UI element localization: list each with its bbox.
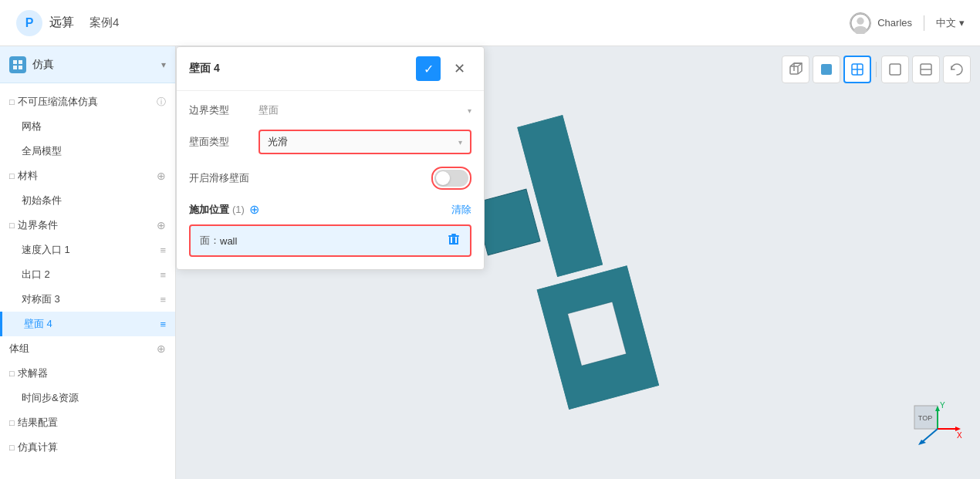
avatar — [850, 12, 871, 34]
chevron-icon: ▾ — [468, 106, 471, 115]
panel-confirm-button[interactable]: ✓ — [416, 56, 441, 81]
svg-rect-9 — [448, 235, 459, 237]
menu-icon[interactable]: ≡ — [160, 269, 166, 281]
svg-text:P: P — [25, 16, 34, 29]
sidebar-item-global-model[interactable]: 全局模型 — [0, 139, 175, 164]
svg-point-4 — [854, 25, 867, 33]
field-sliding-wall: 开启滑移壁面 — [189, 167, 471, 190]
sidebar-item-inlet1[interactable]: 速度入口 1 ≡ — [0, 238, 175, 262]
add-icon[interactable]: ⊕ — [157, 342, 166, 355]
main-layout: 仿真 ▾ □ 不可压缩流体仿真 ⓘ 网格 全局模型 □ 材料 ⊕ — [0, 46, 980, 479]
logo: P 远算 — [15, 9, 74, 37]
field-label: 开启滑移壁面 — [189, 171, 259, 185]
sidebar-item-result-config[interactable]: □ 结果配置 — [0, 410, 175, 435]
face-delete-icon[interactable] — [447, 232, 461, 249]
menu-icon[interactable]: ≡ — [160, 245, 166, 256]
header-divider — [924, 15, 924, 31]
sidebar-item-material[interactable]: □ 材料 ⊕ — [0, 164, 175, 188]
sidebar-item-body[interactable]: 体组 ⊕ — [0, 336, 175, 361]
expand-icon: □ — [9, 443, 15, 452]
svg-rect-27 — [518, 115, 603, 276]
sidebar-item-boundary[interactable]: □ 边界条件 ⊕ — [0, 213, 175, 238]
chevron-icon: ▾ — [458, 138, 462, 147]
item-label: 体组 — [9, 342, 157, 356]
svg-text:Y: Y — [940, 401, 945, 410]
panel-close-button[interactable]: ✕ — [447, 56, 471, 81]
field-label: 壁面类型 — [189, 135, 259, 149]
field-wall-type: 壁面类型 光滑 ▾ — [189, 130, 471, 154]
sidebar-item-sim-calc[interactable]: □ 仿真计算 — [0, 435, 175, 460]
section-title: 施加位置 — [189, 203, 229, 217]
sidebar-header: 仿真 ▾ — [0, 46, 175, 83]
panel-overlay: 壁面 4 ✓ ✕ 边界类型 壁面 ▾ 壁面类型 光滑 ▾ — [176, 46, 485, 270]
menu-icon[interactable]: ≡ — [160, 294, 166, 305]
svg-rect-7 — [13, 66, 17, 69]
add-icon[interactable]: ⊕ — [157, 219, 166, 231]
svg-rect-5 — [13, 60, 17, 64]
face-item: 面： wall — [189, 224, 471, 257]
panel-title: 壁面 4 — [189, 62, 416, 76]
sidebar-item-incompressible[interactable]: □ 不可压缩流体仿真 ⓘ — [0, 89, 175, 114]
panel-header: 壁面 4 ✓ ✕ — [177, 47, 484, 91]
section-clear-button[interactable]: 清除 — [451, 203, 471, 217]
item-label: 网格 — [22, 120, 166, 133]
menu-icon[interactable]: ≡ — [160, 319, 166, 330]
field-value[interactable]: 壁面 ▾ — [259, 103, 471, 117]
expand-icon: □ — [9, 369, 15, 378]
position-section-header: 施加位置 (1) ⊕ 清除 — [189, 202, 471, 217]
sidebar-item-symmetry3[interactable]: 对称面 3 ≡ — [0, 287, 175, 312]
item-label: 边界条件 — [18, 218, 157, 232]
item-label: 时间步&资源 — [22, 391, 166, 405]
section-add-icon[interactable]: ⊕ — [249, 202, 259, 217]
expand-icon: □ — [9, 171, 15, 180]
sliding-wall-toggle[interactable] — [434, 170, 468, 187]
panel-body: 边界类型 壁面 ▾ 壁面类型 光滑 ▾ 开启滑移壁面 — [177, 91, 484, 269]
header: P 远算 案例4 Charles 中文 ▾ — [0, 0, 980, 46]
field-boundary-type: 边界类型 壁面 ▾ — [189, 103, 471, 117]
item-label: 壁面 4 — [24, 317, 160, 331]
field-text: 壁面 — [259, 103, 279, 117]
svg-line-41 — [922, 429, 938, 442]
sidebar-header-label: 仿真 — [32, 58, 155, 72]
expand-icon: □ — [9, 418, 15, 427]
svg-point-3 — [857, 17, 864, 24]
svg-rect-13 — [449, 243, 458, 245]
header-title: 案例4 — [90, 15, 119, 30]
item-label: 材料 — [18, 169, 157, 183]
item-label: 仿真计算 — [18, 440, 166, 454]
sidebar-tree: □ 不可压缩流体仿真 ⓘ 网格 全局模型 □ 材料 ⊕ 初始条件 — [0, 83, 175, 479]
header-right: Charles 中文 ▾ — [850, 12, 965, 34]
sidebar-arrow-icon: ▾ — [161, 59, 166, 70]
coord-indicator: TOP Y X — [903, 394, 957, 448]
info-icon: ⓘ — [157, 96, 166, 109]
svg-rect-10 — [451, 234, 456, 235]
svg-rect-14 — [452, 237, 454, 244]
field-label: 边界类型 — [189, 103, 259, 117]
svg-rect-6 — [19, 60, 22, 64]
logo-text: 远算 — [49, 15, 74, 31]
item-label: 结果配置 — [18, 416, 166, 430]
sidebar-item-initial[interactable]: 初始条件 — [0, 188, 175, 213]
item-label: 初始条件 — [22, 194, 166, 207]
sidebar-item-timestep[interactable]: 时间步&资源 — [0, 386, 175, 410]
add-icon[interactable]: ⊕ — [157, 170, 166, 182]
sidebar-item-outlet2[interactable]: 出口 2 ≡ — [0, 262, 175, 287]
svg-rect-15 — [454, 237, 455, 244]
sidebar-item-mesh[interactable]: 网格 — [0, 114, 175, 139]
svg-rect-8 — [19, 66, 22, 69]
svg-text:TOP: TOP — [918, 414, 932, 422]
expand-icon: □ — [9, 221, 15, 230]
sidebar: 仿真 ▾ □ 不可压缩流体仿真 ⓘ 网格 全局模型 □ 材料 ⊕ — [0, 46, 176, 479]
sidebar-module-icon — [9, 56, 26, 73]
sidebar-item-solver[interactable]: □ 求解器 — [0, 361, 175, 386]
sidebar-item-wall4[interactable]: 壁面 4 ≡ — [0, 312, 175, 336]
item-label: 出口 2 — [22, 268, 160, 282]
lang-selector[interactable]: 中文 ▾ — [936, 16, 965, 30]
sliding-wall-toggle-wrapper — [431, 167, 471, 190]
item-label: 对称面 3 — [22, 292, 160, 306]
expand-icon: □ — [9, 97, 15, 106]
item-label: 速度入口 1 — [22, 243, 160, 257]
item-label: 不可压缩流体仿真 — [18, 95, 152, 109]
section-count: (1) — [232, 204, 245, 215]
toggle-knob — [436, 171, 450, 185]
